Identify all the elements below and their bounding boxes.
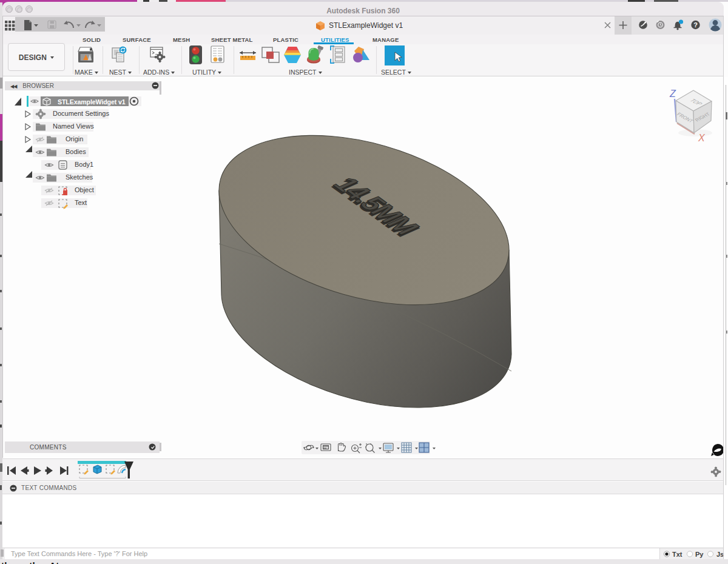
svg-text:X: X [698, 133, 706, 143]
svg-text:Z: Z [669, 89, 676, 99]
svg-text:?: ? [693, 21, 698, 29]
svg-text:Txt: Txt [672, 551, 682, 558]
svg-text:Py: Py [695, 551, 704, 558]
